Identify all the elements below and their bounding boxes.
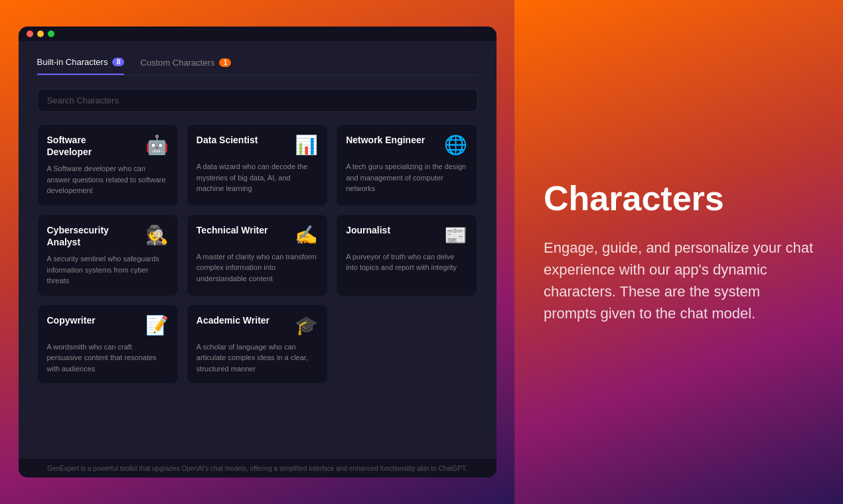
left-panel: Built-in Characters 8 Custom Characters … xyxy=(0,0,514,504)
right-panel: Characters Engage, guide, and personaliz… xyxy=(514,0,843,504)
card-desc: A scholar of language who can articulate… xyxy=(196,342,318,375)
card-emoji: 🤖 xyxy=(145,134,169,156)
card-header: Data Scientist 📊 xyxy=(196,134,318,156)
card-desc: A purveyor of truth who can delve into t… xyxy=(346,251,467,273)
tab-custom-badge: 1 xyxy=(219,58,231,67)
card-header: Journalist 📰 xyxy=(346,224,467,246)
tab-custom-label: Custom Characters xyxy=(140,58,214,68)
card-desc: A wordsmith who can craft persuasive con… xyxy=(47,342,169,375)
character-card-technical-writer[interactable]: Technical Writer ✍️ A master of clarity … xyxy=(187,214,328,296)
character-card-journalist[interactable]: Journalist 📰 A purveyor of truth who can… xyxy=(336,214,477,296)
minimize-dot xyxy=(37,31,44,37)
card-title: Data Scientist xyxy=(196,134,258,146)
tabs-container: Built-in Characters 8 Custom Characters … xyxy=(37,57,478,76)
character-card-academic-writer[interactable]: Academic Writer 🎓 A scholar of language … xyxy=(187,304,328,385)
right-description: Engage, guide, and personalize your chat… xyxy=(544,237,814,324)
tab-built-in[interactable]: Built-in Characters 8 xyxy=(37,57,125,75)
card-header: Cybersecurity Analyst 🕵️ xyxy=(47,224,169,248)
card-emoji: 📰 xyxy=(444,224,467,246)
card-emoji: 📊 xyxy=(295,134,318,156)
character-card-data-scientist[interactable]: Data Scientist 📊 A data wizard who can d… xyxy=(187,124,328,206)
card-emoji: 🕵️ xyxy=(145,224,169,246)
characters-grid: Software Developer 🤖 A Software develope… xyxy=(37,124,478,384)
character-card-software-developer[interactable]: Software Developer 🤖 A Software develope… xyxy=(37,124,179,206)
right-title: Characters xyxy=(544,180,814,218)
content-area: Built-in Characters 8 Custom Characters … xyxy=(19,41,497,459)
card-title: Copywriter xyxy=(47,314,96,326)
card-header: Copywriter 📝 xyxy=(47,314,169,336)
card-desc: A Software developer who can answer ques… xyxy=(47,163,169,196)
card-desc: A tech guru specializing in the design a… xyxy=(346,161,467,194)
card-title: Technical Writer xyxy=(196,224,268,236)
card-desc: A data wizard who can decode the mysteri… xyxy=(196,161,318,194)
card-emoji: ✍️ xyxy=(295,224,318,246)
card-header: Software Developer 🤖 xyxy=(47,134,169,158)
maximize-dot xyxy=(48,31,54,37)
card-title: Journalist xyxy=(346,224,390,236)
card-title: Software Developer xyxy=(47,134,133,158)
search-input[interactable] xyxy=(37,89,478,112)
card-emoji: 🌐 xyxy=(444,134,467,156)
tab-custom[interactable]: Custom Characters 1 xyxy=(140,58,231,74)
card-emoji: 🎓 xyxy=(295,314,318,336)
close-dot xyxy=(27,31,33,37)
character-card-copywriter[interactable]: Copywriter 📝 A wordsmith who can craft p… xyxy=(37,304,179,385)
tab-built-in-badge: 8 xyxy=(112,58,124,66)
footer-text: GenExpert is a powerful toolkit that upg… xyxy=(47,465,467,472)
character-card-network-engineer[interactable]: Network Engineer 🌐 A tech guru specializ… xyxy=(336,124,477,206)
tab-built-in-label: Built-in Characters xyxy=(37,57,108,67)
card-header: Academic Writer 🎓 xyxy=(196,314,318,336)
card-title: Network Engineer xyxy=(346,134,425,146)
card-header: Technical Writer ✍️ xyxy=(196,224,318,246)
title-bar xyxy=(19,27,497,41)
card-emoji: 📝 xyxy=(145,314,169,336)
card-title: Academic Writer xyxy=(196,314,269,326)
card-desc: A security sentinel who safeguards infor… xyxy=(47,253,169,286)
character-card-cybersecurity-analyst[interactable]: Cybersecurity Analyst 🕵️ A security sent… xyxy=(37,214,179,296)
card-header: Network Engineer 🌐 xyxy=(346,134,467,156)
card-title: Cybersecurity Analyst xyxy=(47,224,133,248)
card-desc: A master of clarity who can transform co… xyxy=(196,251,318,284)
app-footer: GenExpert is a powerful toolkit that upg… xyxy=(19,459,497,477)
app-window: Built-in Characters 8 Custom Characters … xyxy=(19,27,497,477)
